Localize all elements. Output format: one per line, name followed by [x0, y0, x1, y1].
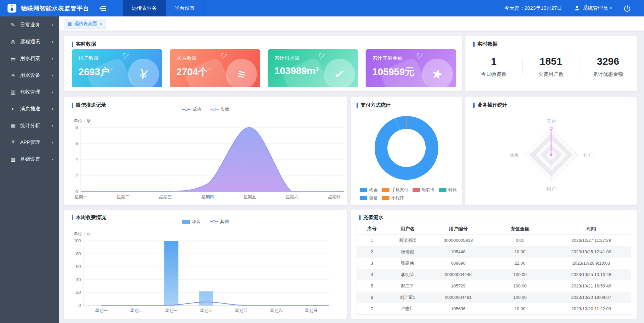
close-icon[interactable]: ×	[100, 21, 102, 26]
stat-card: ▽▷✓累计用水量103989m³	[268, 49, 358, 87]
stat-card-title: 累计充值金额	[372, 55, 402, 61]
legend-item-微信[interactable]: 微信	[360, 195, 378, 201]
sidebar-item-label: 消息推送	[20, 106, 40, 112]
svg-text:40: 40	[76, 277, 81, 282]
sidebar-item[interactable]: ▤用水档案▾	[0, 50, 59, 67]
table-column-header: 序号	[357, 223, 387, 235]
table-cell: 2023/10/21 16:59:49	[551, 280, 631, 292]
realtime-stat: 3296累计优惠金额	[580, 56, 637, 77]
table-cell: 2023/10/26 12:41:00	[551, 246, 631, 258]
logout-power-icon[interactable]	[623, 4, 631, 12]
table-cell: 6	[357, 292, 387, 303]
topnav-tab-active[interactable]: 远传表业务	[123, 0, 166, 16]
stat-card-value: 103989m³	[274, 65, 319, 76]
sidebar-item[interactable]: ▦统计分析▾	[0, 117, 59, 134]
sidebar-item[interactable]: ▧基础设置▾	[0, 151, 59, 167]
table-cell: 105696	[428, 303, 488, 315]
sidebar-item-label: 基础设置	[20, 156, 40, 162]
legend-item-现金[interactable]: 现金	[182, 219, 201, 225]
legend-item-小程序[interactable]: 小程序	[382, 195, 404, 201]
title-accent-bar	[357, 103, 358, 108]
svg-text:星期六: 星期六	[286, 195, 299, 199]
sidebar-item[interactable]: ✎日常业务▾	[0, 16, 59, 33]
legend-item-银联卡[interactable]: 银联卡	[413, 187, 435, 193]
legend-item-成功[interactable]: 成功	[182, 106, 201, 112]
top-header: 物联网智能水表监管平台 远传表业务平台设置 今天是：2023年10月27日 系统…	[0, 0, 644, 16]
decor-triangle-icon: ▽	[121, 51, 129, 61]
sidebar-item[interactable]: ◎远程通讯▾	[0, 33, 59, 50]
sidebar-collapse-icon[interactable]	[99, 0, 107, 16]
collection-mgmt-icon: ▥	[9, 89, 17, 95]
table-cell: 2023/10/25 10:10:48	[551, 269, 631, 280]
svg-text:星期五: 星期五	[244, 195, 256, 199]
dashboard-content: 实时数据 ▽▷¥用户数量2693户▽▷≡水表数量2704个▽▷✓累计用水量103…	[59, 31, 644, 323]
table-column-header: 用户编号	[428, 223, 488, 235]
table-cell: 4	[357, 269, 387, 280]
sidebar-item[interactable]: ¥APP管理▾	[0, 134, 59, 151]
table-cell: 22.00	[488, 258, 551, 269]
svg-text:星期五: 星期五	[235, 308, 248, 313]
table-cell: 3	[357, 258, 387, 269]
svg-text:过户: 过户	[583, 152, 593, 158]
svg-text:星期一: 星期一	[95, 308, 108, 313]
decor-triangle-icon: ▽	[219, 51, 227, 61]
stat-card: ▽▷¥用户数量2693户	[72, 49, 162, 87]
sidebar-item-label: APP管理	[20, 139, 40, 146]
current-date: 今天是：2023年10月27日	[504, 5, 562, 11]
user-icon	[574, 5, 580, 11]
table-row: 2杨瑞彪10544810.002023/10/26 12:41:00	[357, 246, 631, 258]
sidebar-item-label: 日常业务	[20, 22, 40, 28]
legend-item-其他[interactable]: 其他	[210, 219, 229, 225]
topnav-tab-item[interactable]: 平台设置	[166, 0, 204, 16]
table-column-header: 充值金额	[488, 223, 551, 235]
table-cell: 2023/10/26 9:18:03	[551, 258, 631, 269]
svg-text:星期四: 星期四	[201, 195, 214, 199]
wechat-push-chart-panel: 微信推送记录 成功失败 单位：条 02468星期一星期二星期三星期四星期五星期六…	[64, 97, 347, 205]
legend-item-失败[interactable]: 失败	[210, 106, 229, 112]
table-row: 3张建伟00969022.002023/10/26 9:18:03	[357, 258, 631, 269]
table-cell: 2	[357, 246, 387, 258]
chevron-down-icon: ▾	[52, 23, 53, 27]
water-device-icon: ✳	[9, 72, 17, 78]
stat-value: 1851	[522, 56, 579, 67]
legend-item-转账[interactable]: 转账	[439, 187, 457, 193]
decor-triangle-icon: ▽	[317, 51, 325, 61]
svg-text:100: 100	[74, 238, 81, 243]
tab-label: 远传表桌面	[74, 21, 97, 27]
legend-item-现金[interactable]: 现金	[360, 187, 378, 193]
app-mgmt-icon: ¥	[9, 139, 17, 145]
table-cell: 2023/10/20 11:22:09	[551, 303, 631, 315]
stat-label: 欠费用户数	[522, 71, 579, 77]
table-cell: 000000005918	[428, 235, 488, 246]
table-cell: 100.00	[488, 280, 551, 292]
sidebar-item[interactable]: ✳用水设备▾	[0, 67, 59, 84]
unit-label: 单位：元	[74, 231, 91, 237]
stat-value: 3296	[580, 56, 637, 67]
business-ops-panel: 业务操作统计 开户过户销户减免	[465, 97, 637, 205]
svg-text:0: 0	[75, 190, 78, 194]
user-menu[interactable]: 系统管理员 ▾	[574, 5, 612, 11]
table-cell: 测试测试	[387, 235, 428, 246]
table-cell: 100.00	[488, 292, 551, 303]
grid-icon: ▦	[67, 21, 72, 26]
table-cell: 卢志广	[387, 303, 428, 315]
top-nav: 远传表业务平台设置	[123, 0, 204, 16]
table-cell: 00000004445	[428, 269, 488, 280]
sidebar-item[interactable]: ▥代收管理▾	[0, 84, 59, 100]
decor-triangle-icon: ▷	[209, 66, 212, 71]
sidebar-item[interactable]: ◐消息推送▾	[0, 100, 59, 117]
chevron-down-icon: ▾	[52, 124, 53, 127]
table-cell: 1	[357, 235, 387, 246]
legend-item-手机支付[interactable]: 手机支付	[382, 187, 408, 193]
svg-text:星期日: 星期日	[305, 308, 318, 313]
weekly-fees-bar-chart: 020406080100星期一星期二星期三星期四星期五星期六星期日	[64, 210, 347, 319]
tab-remote-meter-desktop[interactable]: ▦ 远传表桌面 ×	[64, 19, 106, 29]
svg-text:星期三: 星期三	[159, 195, 172, 199]
table-row: 1测试测试0000000059180.012023/10/27 11:27:29	[357, 235, 631, 246]
sidebar-item-label: 远程通讯	[20, 39, 40, 45]
chevron-down-icon: ▾	[52, 57, 53, 60]
table-cell: 105729	[428, 280, 488, 292]
list-circle-icon: ≡	[223, 56, 260, 87]
stat-card-title: 水表数量	[176, 55, 197, 61]
panel-title: 业务操作统计	[477, 102, 507, 108]
